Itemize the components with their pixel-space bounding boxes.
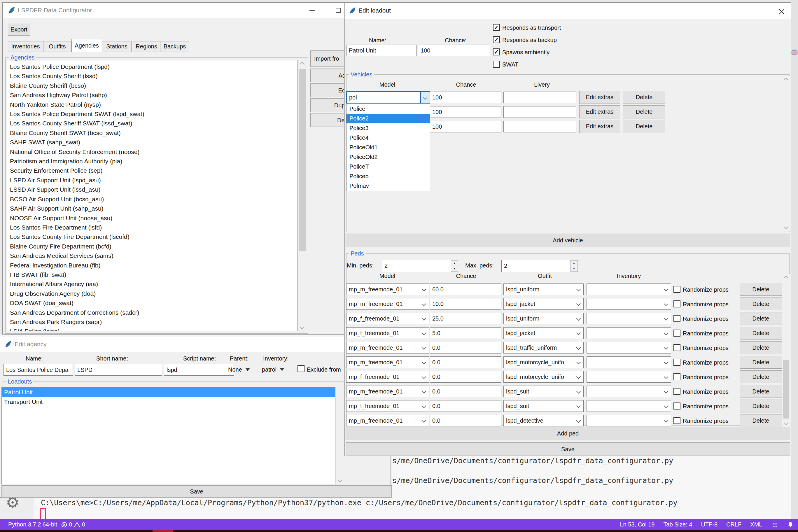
scroll-up-icon[interactable] [300, 62, 305, 67]
stepper-up-icon[interactable]: ▲ [570, 261, 578, 266]
tab-stations[interactable]: Stations [102, 41, 132, 52]
ped-model-select[interactable]: mp_f_freemode_01 [346, 371, 429, 383]
vehicle-chance-input[interactable]: 100 [430, 121, 501, 132]
randomize-props-checkbox[interactable] [673, 402, 681, 410]
agency-script-name-field[interactable]: lspd [164, 364, 234, 376]
import-from-button[interactable]: Import fro [310, 51, 344, 67]
dropdown-item[interactable]: Police3 [346, 124, 430, 133]
randomize-props-checkbox[interactable] [673, 344, 681, 351]
encoding-item[interactable]: UTF-8 [701, 521, 718, 528]
notifications-bell-icon[interactable] [787, 521, 793, 528]
parent-select[interactable]: None [228, 366, 250, 373]
spawns-ambiently-checkbox[interactable]: ✓ [493, 49, 500, 55]
export-button[interactable]: Export [8, 24, 30, 36]
ped-model-select[interactable]: mp_m_freemode_01 [346, 284, 429, 295]
agency-list-item[interactable]: Drug Observation Agency (doa) [10, 289, 298, 298]
min-peds-stepper[interactable]: 2 [382, 260, 458, 272]
agency-list-item[interactable]: Federal Investigation Bureau (fib) [10, 261, 298, 270]
ped-outfit-select[interactable]: lspd_uniform [504, 313, 584, 324]
agency-list-item[interactable]: Los Santos Fire Department (lsfd) [10, 223, 298, 232]
delete-ped-button[interactable]: Delete [740, 298, 782, 310]
tab-regions[interactable]: Regions [133, 41, 160, 52]
scroll-down-icon[interactable] [300, 325, 305, 329]
randomize-props-checkbox[interactable] [673, 329, 681, 337]
responds-transport-checkbox[interactable]: ✓ [493, 24, 500, 31]
tab-backups[interactable]: Backups [160, 41, 189, 52]
vehicle-livery-input[interactable] [504, 92, 576, 103]
ped-model-select[interactable]: mp_m_freemode_01 [346, 356, 429, 368]
agency-list-item[interactable]: International Affairs Agency (iaa) [10, 280, 298, 289]
ped-chance-input[interactable]: 0.0 [430, 400, 501, 412]
agency-list-item[interactable]: Los Santos County Sheriff SWAT (lssd_swa… [10, 119, 298, 128]
dropdown-item[interactable]: Police [346, 104, 430, 114]
scrollbar-thumb[interactable] [783, 360, 789, 419]
dropdown-item[interactable]: PoliceOld1 [346, 142, 430, 152]
add-vehicle-button[interactable]: Add vehicle [346, 234, 790, 247]
ped-chance-input[interactable]: 0.0 [430, 356, 501, 368]
save-agency-button[interactable]: Save [1, 485, 392, 498]
agency-list-item[interactable]: Los Santos Police Department (lspd) [10, 62, 298, 72]
ped-inventory-select[interactable] [587, 327, 671, 339]
delete-ped-button[interactable]: Delete [740, 327, 782, 340]
ped-chance-input[interactable]: 10.0 [430, 298, 501, 310]
loadout-chance-field[interactable]: 100 [418, 45, 490, 56]
agency-list-item[interactable]: FIB SWAT (fib_swat) [10, 270, 298, 280]
cursor-position-item[interactable]: Ln 53, Col 19 [620, 521, 654, 528]
ped-outfit-select[interactable]: lspd_detective [504, 415, 584, 426]
dropdown-item-selected[interactable]: Police2 [346, 114, 430, 124]
delete-vehicle-button[interactable]: Delete [623, 120, 665, 133]
randomize-props-checkbox[interactable] [673, 373, 681, 380]
ped-model-select[interactable]: mp_f_freemode_01 [346, 400, 429, 412]
agency-list-item[interactable]: SAHP Air Support Unit (sahp_asu) [10, 204, 298, 213]
delete-ped-button[interactable]: Delete [740, 312, 782, 325]
agency-list-item[interactable]: San Andreas Park Rangers (sapr) [10, 317, 298, 327]
ped-outfit-select[interactable]: lspd_uniform [504, 284, 584, 295]
peds-scrollbar[interactable] [782, 274, 790, 427]
randomize-props-checkbox[interactable] [673, 300, 681, 307]
vehicle-model-dropdown[interactable]: Police Police2 Police3 Police4 PoliceOld… [346, 104, 430, 191]
tab-inventories[interactable]: Inventories [8, 41, 43, 52]
delete-ped-button[interactable]: Delete [740, 370, 782, 383]
vehicle-chance-input[interactable]: 100 [430, 106, 501, 118]
ped-outfit-select[interactable]: lspd_traffic_uniform [504, 342, 584, 354]
duplicate-agency-button[interactable]: Dupl [310, 98, 344, 112]
close-icon[interactable] [778, 8, 785, 16]
delete-vehicle-button[interactable]: Delete [623, 105, 665, 118]
ped-outfit-select[interactable]: lspd_suit [504, 400, 584, 412]
ped-inventory-select[interactable] [587, 371, 671, 383]
ped-chance-input[interactable]: 0.0 [430, 415, 501, 426]
stepper-down-icon[interactable]: ▼ [570, 266, 578, 271]
ped-inventory-select[interactable] [587, 400, 671, 412]
ped-model-select[interactable]: mp_m_freemode_01 [346, 298, 429, 310]
ped-outfit-select[interactable]: lspd_suit [504, 385, 584, 397]
maximize-icon[interactable] [336, 8, 341, 13]
save-loadout-button[interactable]: Save [346, 442, 790, 456]
ped-inventory-select[interactable] [587, 356, 671, 368]
vehicle-chance-input[interactable]: 100 [430, 92, 501, 103]
agency-list-item[interactable]: Blaine County Sheriff (bcso) [10, 81, 298, 90]
vehicle-livery-input[interactable] [504, 121, 576, 132]
scroll-down-icon[interactable] [338, 478, 343, 483]
loadouts-listbox[interactable]: Patrol Unit Transport Unit [1, 387, 336, 484]
stepper-up-icon[interactable]: ▲ [451, 261, 458, 266]
randomize-props-checkbox[interactable] [673, 388, 681, 395]
exclude-checkbox[interactable] [298, 365, 304, 372]
edit-extras-button[interactable]: Edit extras [579, 91, 620, 104]
scroll-down-icon[interactable] [784, 420, 788, 425]
vehicles-scrollbar[interactable] [782, 76, 790, 231]
agency-list-item[interactable]: Los Santos Police Department SWAT (lspd_… [10, 109, 298, 119]
delete-ped-button[interactable]: Delete [740, 283, 782, 296]
eol-item[interactable]: CRLF [726, 521, 741, 528]
ped-inventory-select[interactable] [587, 284, 671, 295]
agency-list-item[interactable]: San Andreas Department of Corrections (s… [10, 308, 298, 317]
delete-vehicle-button[interactable]: Delete [623, 91, 665, 104]
randomize-props-checkbox[interactable] [673, 359, 681, 366]
loadout-item-selected[interactable]: Patrol Unit [2, 387, 335, 397]
scroll-down-icon[interactable] [784, 224, 788, 229]
minimize-icon[interactable] [309, 10, 315, 11]
agencies-scrollbar[interactable] [298, 60, 307, 331]
ped-inventory-select[interactable] [587, 298, 671, 310]
loadout-name-field[interactable]: Patrol Unit [346, 45, 417, 56]
dropdown-item[interactable]: PoliceOld2 [346, 152, 430, 162]
ped-model-select[interactable]: mp_f_freemode_01 [346, 313, 429, 324]
